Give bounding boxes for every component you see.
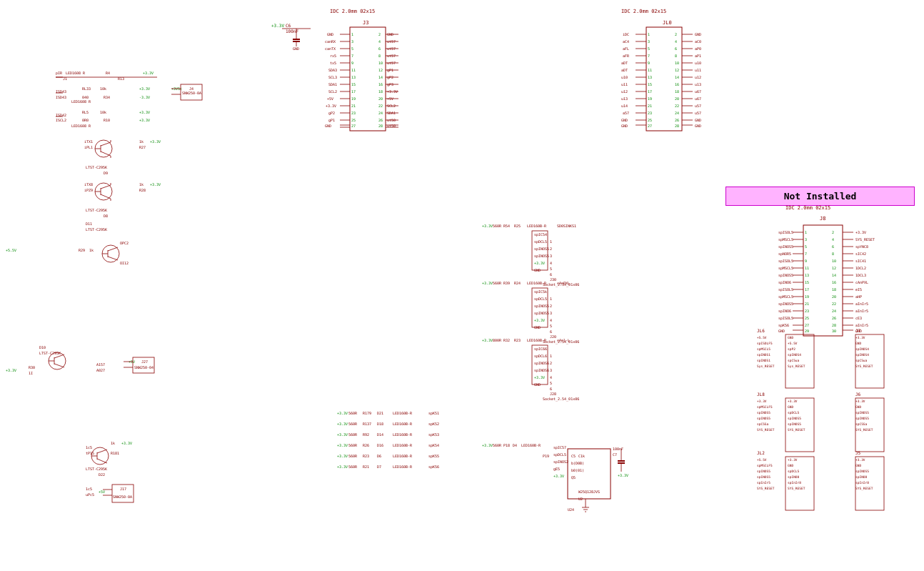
svg-text:spINOS5: spINOS5 xyxy=(757,411,770,414)
svg-text:+3.3V: +3.3V xyxy=(855,230,866,234)
svg-text:J20: J20 xyxy=(550,334,556,339)
svg-text:u13: u13 xyxy=(695,82,701,86)
svg-text:+3.3V: +3.3V xyxy=(534,318,545,322)
svg-text:800R: 800R xyxy=(493,338,502,342)
svg-text:+3.3V: +3.3V xyxy=(326,104,336,108)
svg-text:spMSCLF5: spMSCLF5 xyxy=(757,464,773,467)
svg-text:20: 20 xyxy=(675,96,679,101)
svg-line-246 xyxy=(108,247,118,251)
svg-text:D8: D8 xyxy=(104,214,108,218)
svg-text:RL5: RL5 xyxy=(82,110,89,114)
svg-text:ut57: ut57 xyxy=(387,54,396,58)
svg-text:spINOS5: spINOS5 xyxy=(855,411,869,414)
svg-text:29: 29 xyxy=(805,329,809,333)
svg-text:iPZ9: iPZ9 xyxy=(84,188,93,192)
svg-text:GND: GND xyxy=(788,336,793,339)
svg-text:2: 2 xyxy=(550,247,552,251)
svg-text:10: 10 xyxy=(832,259,836,263)
jl8-content: +3.3V spMSCLF5 spINOS5 spINOS5 spC5Sa SY… xyxy=(757,399,805,432)
j8-pin-labels-left: spISOL5 spMSCL5 spINOS5 spNOR5 spISOL5 s… xyxy=(778,230,793,333)
svg-text:spINOS5: spINOS5 xyxy=(757,475,770,479)
svg-text:spINOS5: spINOS5 xyxy=(855,417,869,420)
svg-text:A157: A157 xyxy=(96,362,105,367)
svg-text:16: 16 xyxy=(378,82,383,86)
svg-text:+3.3V: +3.3V xyxy=(121,441,132,445)
svg-text:18: 18 xyxy=(378,89,383,94)
svg-text:u57: u57 xyxy=(695,111,701,115)
svg-line-232 xyxy=(101,185,111,189)
svg-text:spINOS5: spINOS5 xyxy=(534,311,549,316)
svg-text:aInIr5: aInIr5 xyxy=(855,309,868,313)
svg-text:SYS_RESET: SYS_RESET xyxy=(788,487,805,491)
svg-text:+3.3V: +3.3V xyxy=(337,465,348,469)
svg-text:LTST-C295K: LTST-C295K xyxy=(86,208,107,212)
svg-text:SDA1: SDA1 xyxy=(328,82,337,86)
svg-text:560R: 560R xyxy=(348,443,358,447)
svg-text:u10: u10 xyxy=(621,75,628,79)
svg-text:+5V: +5V xyxy=(99,490,105,494)
svg-text:spINOS5: spINOS5 xyxy=(788,422,801,426)
svg-text:gP2: gP2 xyxy=(387,75,393,80)
svg-text:9: 9 xyxy=(805,259,807,263)
svg-text:spYNC8: spYNC8 xyxy=(855,244,868,249)
svg-text:ISD43: ISD43 xyxy=(56,95,66,99)
svg-text:23: 23 xyxy=(648,111,652,115)
svg-text:+5.5V: +5.5V xyxy=(788,342,798,345)
svg-text:1: 1 xyxy=(550,239,552,244)
jl0-label: JL0 xyxy=(663,20,672,26)
svg-text:SCL2: SCL2 xyxy=(387,104,396,108)
svg-text:spINOS5: spINOS5 xyxy=(778,302,793,307)
svg-text:W25Q128JVS: W25Q128JVS xyxy=(578,490,600,494)
svg-text:LED1608 R: LED1608 R xyxy=(71,99,91,104)
svg-text:560R: 560R xyxy=(493,443,502,447)
svg-text:spISOL5: spISOL5 xyxy=(778,259,793,264)
svg-text:aInIr5: aInIr5 xyxy=(855,302,868,306)
svg-text:LED1608 R: LED1608 R xyxy=(71,124,91,128)
svg-text:spInIr8: spInIr8 xyxy=(788,481,801,485)
j8-pins-right xyxy=(843,232,853,330)
svg-text:GND: GND xyxy=(855,464,861,467)
svg-text:10k: 10k xyxy=(100,86,106,91)
svg-text:R10: R10 xyxy=(104,118,110,122)
svg-text:+3.3V: +3.3V xyxy=(6,368,16,372)
svg-text:GND: GND xyxy=(534,325,541,329)
svg-text:4: 4 xyxy=(550,375,552,379)
svg-text:4: 4 xyxy=(832,237,834,242)
svg-text:LED1608 R: LED1608 R xyxy=(66,71,86,75)
svg-text:aC0: aC0 xyxy=(695,39,701,44)
svg-text:ut50: ut50 xyxy=(387,124,396,128)
svg-text:D9: D9 xyxy=(104,171,108,175)
svg-text:+5V: +5V xyxy=(387,96,393,101)
svg-text:10: 10 xyxy=(378,61,383,65)
svg-text:LED160B-R: LED160B-R xyxy=(393,422,413,426)
svg-text:u11: u11 xyxy=(695,68,701,72)
svg-text:spInIr8: spInIr8 xyxy=(855,481,869,485)
svg-text:spINOS5: spINOS5 xyxy=(757,470,770,473)
svg-text:+5V: +5V xyxy=(327,96,333,101)
svg-text:U24: U24 xyxy=(568,507,574,512)
svg-text:100nF: 100nF xyxy=(613,447,623,451)
svg-text:+3.3V: +3.3V xyxy=(855,399,865,403)
svg-text:Sys_RESET: Sys_RESET xyxy=(757,364,775,369)
svg-text:Socket_2.54_01x06: Socket_2.54_01x06 xyxy=(543,397,579,402)
svg-line-233 xyxy=(101,194,111,199)
svg-text:13: 13 xyxy=(648,75,652,79)
svg-text:aInIr5: aInIr5 xyxy=(855,323,868,327)
svg-text:19: 19 xyxy=(805,294,809,299)
svg-text:17: 17 xyxy=(805,287,809,292)
svg-text:canRX: canRX xyxy=(325,39,336,44)
svg-text:sIC41: sIC41 xyxy=(855,259,866,263)
svg-text:spC5Sa: spC5Sa xyxy=(757,422,769,426)
svg-text:+3.3V: +3.3V xyxy=(618,473,628,477)
svg-text:J30: J30 xyxy=(550,277,556,282)
svg-text:spK54: spK54 xyxy=(428,443,439,448)
svg-text:+3.3V: +3.3V xyxy=(337,422,348,426)
svg-text:J17: J17 xyxy=(120,487,126,491)
svg-text:LTST-C295K: LTST-C295K xyxy=(86,467,107,471)
svg-text:14: 14 xyxy=(675,75,679,79)
svg-text:b0(01): b0(01) xyxy=(571,468,584,472)
jl0-pin-numbers: 12 34 56 78 910 1112 1314 1516 1718 1920… xyxy=(648,32,679,128)
svg-text:C6: C6 xyxy=(286,23,291,28)
svg-text:12: 12 xyxy=(832,266,836,270)
svg-text:560R: 560R xyxy=(348,454,358,458)
